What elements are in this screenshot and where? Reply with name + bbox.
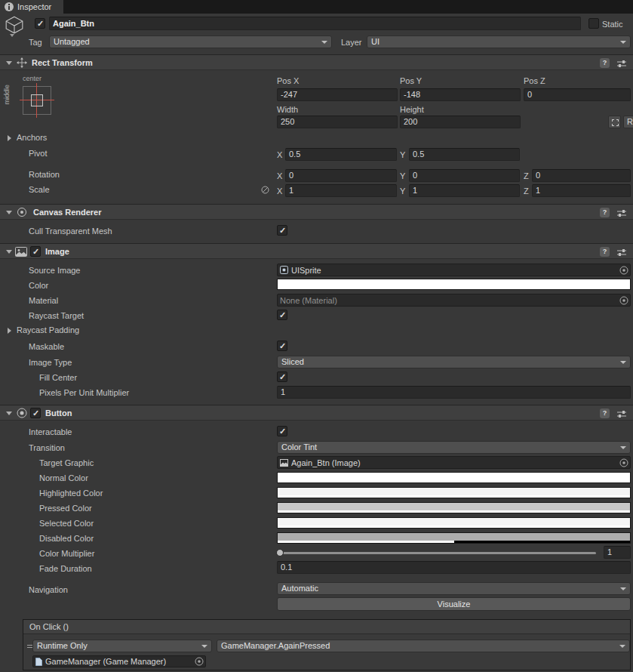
cull-transparent-mesh-checkbox[interactable] bbox=[277, 225, 287, 236]
cull-transparent-mesh-label: Cull Transparent Mesh bbox=[29, 227, 112, 236]
gameobject-name-input[interactable]: Again_Btn bbox=[49, 17, 581, 30]
raycast-padding-label: Raycast Padding bbox=[17, 325, 79, 334]
image-enabled-checkbox[interactable] bbox=[30, 246, 41, 257]
script-icon bbox=[35, 658, 42, 666]
color-multiplier-slider-track[interactable] bbox=[279, 552, 596, 554]
visualize-button[interactable]: Visualize bbox=[277, 597, 631, 611]
normal-color-swatch[interactable] bbox=[277, 472, 631, 483]
fade-duration-field[interactable]: 0.1 bbox=[277, 561, 631, 574]
help-icon[interactable]: ? bbox=[600, 408, 610, 418]
disabled-color-swatch[interactable] bbox=[277, 532, 631, 544]
on-click-event-box: On Click () Runtime Only GameManager.Aga… bbox=[23, 619, 631, 670]
event-target-object-field[interactable]: GameManager (Game Manager) bbox=[32, 655, 206, 667]
sprite-icon bbox=[280, 266, 288, 274]
disabled-color-label: Disabled Color bbox=[39, 534, 94, 543]
transition-dropdown[interactable]: Color Tint bbox=[277, 441, 631, 454]
alpha-strip bbox=[278, 287, 630, 289]
rect-transform-header[interactable]: Rect Transform ? bbox=[0, 54, 633, 70]
pivot-y-field[interactable]: 0.5 bbox=[409, 148, 520, 161]
gameobject-icon-caret[interactable] bbox=[10, 34, 14, 37]
object-picker-icon[interactable] bbox=[195, 657, 204, 666]
pressed-color-label: Pressed Color bbox=[39, 504, 92, 513]
target-graphic-label: Target Graphic bbox=[39, 458, 94, 467]
material-field[interactable]: None (Material) bbox=[277, 294, 631, 307]
image-color-swatch[interactable] bbox=[277, 279, 631, 290]
rect-transform-foldout[interactable] bbox=[6, 61, 12, 65]
object-picker-icon[interactable] bbox=[619, 458, 628, 467]
color-multiplier-field[interactable]: 1 bbox=[604, 546, 631, 559]
pos-y-label: Pos Y bbox=[400, 76, 422, 85]
source-image-field[interactable]: UISprite bbox=[277, 264, 631, 276]
gameobject-icon[interactable] bbox=[5, 16, 24, 34]
button-foldout[interactable] bbox=[6, 412, 12, 415]
static-checkbox[interactable] bbox=[588, 18, 599, 29]
rotation-y-axis-label: Y bbox=[400, 171, 405, 180]
canvas-renderer-header[interactable]: Canvas Renderer ? bbox=[0, 204, 633, 220]
inspector-icon bbox=[5, 2, 14, 11]
navigation-dropdown[interactable]: Automatic bbox=[277, 582, 631, 595]
target-graphic-value: Again_Btn (Image) bbox=[291, 458, 361, 467]
width-field[interactable]: 250 bbox=[277, 116, 398, 128]
static-label: Static bbox=[602, 20, 623, 29]
raycast-padding-foldout[interactable] bbox=[8, 328, 11, 334]
event-mode-dropdown[interactable]: Runtime Only bbox=[32, 640, 212, 652]
layer-dropdown[interactable]: UI bbox=[367, 35, 631, 48]
rotation-z-axis-label: Z bbox=[524, 171, 529, 180]
canvas-renderer-title: Canvas Renderer bbox=[33, 208, 102, 217]
scale-y-field[interactable]: 1 bbox=[409, 184, 520, 197]
object-picker-icon[interactable] bbox=[619, 266, 628, 275]
image-header[interactable]: Image ? bbox=[0, 243, 633, 259]
height-field[interactable]: 200 bbox=[400, 116, 521, 128]
image-foldout[interactable] bbox=[6, 250, 12, 254]
help-icon[interactable]: ? bbox=[600, 58, 610, 68]
button-component-icon bbox=[17, 408, 27, 418]
pos-z-field[interactable]: 0 bbox=[524, 88, 631, 101]
scale-z-field[interactable]: 1 bbox=[532, 184, 631, 197]
canvas-renderer-icon bbox=[17, 207, 27, 217]
presets-icon[interactable] bbox=[617, 409, 626, 418]
tab-inspector[interactable]: Inspector bbox=[0, 0, 63, 14]
anchors-foldout[interactable] bbox=[8, 135, 11, 141]
fill-center-checkbox[interactable] bbox=[277, 371, 287, 382]
highlighted-color-swatch[interactable] bbox=[277, 487, 631, 498]
image-type-dropdown[interactable]: Sliced bbox=[277, 356, 631, 368]
presets-icon[interactable] bbox=[617, 59, 626, 68]
alpha-strip bbox=[278, 495, 630, 498]
anchor-horizontal-label: center bbox=[23, 75, 41, 82]
gameobject-active-checkbox[interactable] bbox=[35, 18, 45, 29]
rotation-y-field[interactable]: 0 bbox=[409, 169, 520, 182]
presets-icon[interactable] bbox=[617, 248, 626, 257]
interactable-label: Interactable bbox=[29, 427, 72, 436]
button-enabled-checkbox[interactable] bbox=[30, 408, 41, 418]
target-graphic-field[interactable]: Again_Btn (Image) bbox=[277, 456, 631, 469]
pos-y-field[interactable]: -148 bbox=[400, 88, 521, 101]
alpha-strip bbox=[278, 526, 630, 528]
object-picker-icon[interactable] bbox=[619, 296, 628, 305]
canvas-renderer-foldout[interactable] bbox=[6, 211, 12, 214]
color-multiplier-slider-knob[interactable] bbox=[276, 549, 284, 556]
event-function-dropdown[interactable]: GameManager.AgainPressed bbox=[217, 640, 630, 652]
pixels-per-unit-multiplier-field[interactable]: 1 bbox=[277, 386, 631, 399]
selected-color-swatch[interactable] bbox=[277, 517, 631, 529]
tag-dropdown[interactable]: Untagged bbox=[49, 35, 332, 48]
image-component-icon bbox=[15, 247, 27, 257]
pivot-x-field[interactable]: 0.5 bbox=[285, 148, 397, 161]
pos-x-field[interactable]: -247 bbox=[277, 88, 398, 101]
blueprint-mode-button[interactable] bbox=[608, 116, 621, 128]
interactable-checkbox[interactable] bbox=[277, 426, 287, 436]
rotation-z-field[interactable]: 0 bbox=[532, 169, 631, 182]
raw-edit-button[interactable]: R bbox=[623, 116, 633, 128]
help-icon[interactable]: ? bbox=[600, 247, 610, 257]
scale-x-field[interactable]: 1 bbox=[285, 184, 397, 197]
rotation-x-axis-label: X bbox=[277, 171, 282, 180]
raycast-target-checkbox[interactable] bbox=[277, 310, 287, 320]
anchor-preset-button[interactable] bbox=[20, 83, 54, 118]
pressed-color-swatch[interactable] bbox=[277, 502, 631, 513]
presets-icon[interactable] bbox=[617, 208, 626, 217]
help-icon[interactable]: ? bbox=[600, 208, 610, 217]
button-header[interactable]: Button ? bbox=[0, 405, 633, 421]
unlink-scale-icon[interactable] bbox=[261, 186, 269, 194]
maskable-checkbox[interactable] bbox=[277, 341, 287, 351]
rotation-x-field[interactable]: 0 bbox=[285, 169, 397, 182]
alpha-strip bbox=[278, 510, 630, 513]
